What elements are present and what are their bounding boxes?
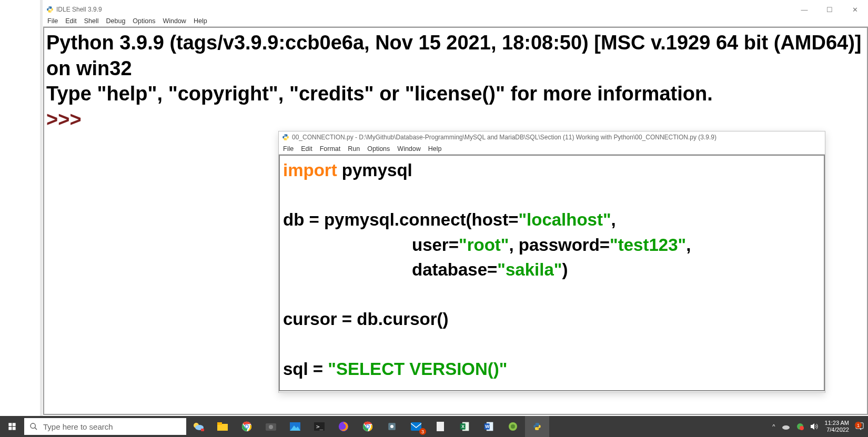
svg-rect-2 [8,427,12,430]
python-icon [282,134,289,141]
shell-title: IDLE Shell 3.9.9 [56,6,102,13]
python-icon [46,6,54,13]
app-icon[interactable] [501,416,525,437]
minimize-button[interactable]: — [796,6,812,14]
code-token: pymysql [337,160,412,180]
code-line: cursor = db.cursor() [283,307,821,331]
volume-icon[interactable] [810,423,819,430]
notification-center-icon[interactable] [855,422,864,431]
code-token: user= [412,235,459,255]
editor-title: 00_CONNECTION.py - D:\MyGithub\Database-… [292,134,716,141]
code-line: import pymysql [283,158,821,182]
clock-date: 7/4/2022 [825,426,849,433]
code-token: , [686,235,691,255]
system-tray: ^ 11:23 AM 7/4/2022 [772,416,868,437]
tray-expand-icon[interactable]: ^ [772,423,775,430]
chrome-icon-2[interactable] [356,416,380,437]
close-button[interactable]: ✕ [847,6,863,14]
code-token: db = pymysql.connect(host= [283,210,518,229]
camera-icon[interactable] [259,416,283,437]
firefox-icon[interactable] [331,416,356,437]
taskbar-pinned-apps: >_ X W [186,416,549,437]
word-icon[interactable]: W [477,416,501,437]
file-explorer-icon[interactable] [210,416,235,437]
security-icon[interactable] [796,423,804,430]
string-literal: "test123" [610,235,686,255]
clock-time: 11:23 AM [825,420,849,426]
svg-point-13 [246,425,248,428]
svg-text:X: X [461,424,465,429]
windows-taskbar: Type here to search >_ [0,416,868,437]
taskbar-search[interactable]: Type here to search [24,418,186,435]
code-token: , [611,210,616,229]
menu-format[interactable]: Format [320,145,341,153]
mail-icon[interactable] [404,416,428,437]
code-blank [283,182,821,207]
menu-file[interactable]: File [283,145,294,153]
shell-menubar: File Edit Shell Debug Options Window Hel… [43,15,868,27]
svg-point-15 [269,425,273,429]
excel-icon[interactable]: X [452,416,477,437]
code-token: , password= [509,235,610,255]
menu-options[interactable]: Options [367,145,390,153]
menu-window[interactable]: Window [163,17,186,25]
shell-banner-2: Type "help", "copyright", "credits" or "… [46,81,865,107]
code-line: sql = "SELECT VERSION()" [283,357,821,381]
editor-titlebar[interactable]: 00_CONNECTION.py - D:\MyGithub\Database-… [279,131,825,143]
shell-prompt: >>> [46,107,865,133]
svg-point-4 [31,423,35,428]
code-token: database= [412,260,497,279]
menu-edit[interactable]: Edit [301,145,312,153]
svg-rect-26 [411,422,421,431]
terminal-icon[interactable]: >_ [307,416,331,437]
svg-rect-3 [13,427,16,430]
code-line: user="root", password="test123", [283,232,821,257]
svg-point-23 [367,425,369,428]
keyword-import: import [283,160,337,180]
code-blank [283,331,821,356]
photos-icon[interactable] [283,416,307,437]
code-line: database="sakila") [283,257,821,282]
code-token: sql = [283,359,328,379]
menu-debug[interactable]: Debug [106,17,126,25]
svg-point-25 [390,425,393,428]
menu-help[interactable]: Help [428,145,442,153]
code-token: ) [562,260,568,279]
idle-editor-window: 00_CONNECTION.py - D:\MyGithub\Database-… [278,131,825,393]
svg-rect-27 [437,422,444,431]
weather-widget-icon[interactable] [186,416,210,437]
svg-rect-0 [8,423,12,426]
svg-text:W: W [485,424,489,429]
code-line: db = pymysql.connect(host="localhost", [283,207,821,232]
search-placeholder: Type here to search [43,422,113,431]
svg-rect-8 [201,429,204,431]
start-button[interactable] [0,416,24,437]
editor-text-area[interactable]: import pymysql db = pymysql.connect(host… [279,155,825,391]
shell-titlebar[interactable]: IDLE Shell 3.9.9 — ☐ ✕ [43,4,868,15]
settings-app-icon[interactable] [380,416,404,437]
onedrive-icon[interactable] [782,423,790,430]
shell-banner-1: Python 3.9.9 (tags/v3.9.9:ccb0e6a, Nov 1… [46,30,865,81]
search-icon [29,422,38,431]
menu-options[interactable]: Options [133,17,155,25]
code-blank [283,282,821,307]
svg-rect-40 [856,423,863,429]
menu-run[interactable]: Run [348,145,360,153]
window-left-edge [40,0,43,416]
menu-file[interactable]: File [47,17,58,25]
clock[interactable]: 11:23 AM 7/4/2022 [825,420,849,433]
svg-rect-10 [217,422,222,425]
menu-shell[interactable]: Shell [84,17,99,25]
chrome-icon[interactable] [235,416,259,437]
svg-rect-1 [13,423,16,426]
maximize-button[interactable]: ☐ [822,6,837,14]
svg-marker-39 [811,423,814,430]
menu-help[interactable]: Help [194,17,207,25]
menu-window[interactable]: Window [397,145,420,153]
svg-line-5 [35,428,37,430]
string-literal: "localhost" [518,210,611,229]
string-literal: "sakila" [497,260,562,279]
menu-edit[interactable]: Edit [65,17,77,25]
idle-icon[interactable] [525,416,549,437]
document-icon[interactable] [428,416,452,437]
